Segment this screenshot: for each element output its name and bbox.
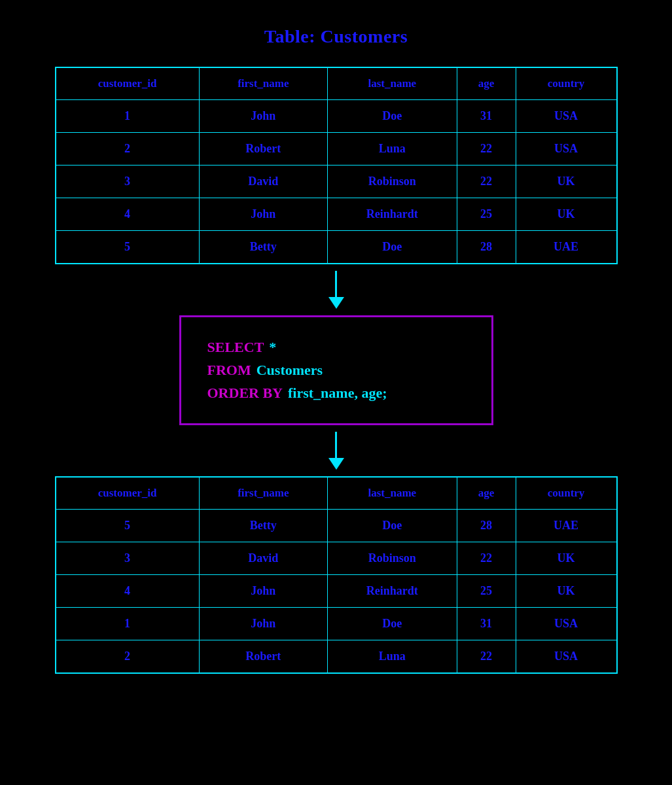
result-header-customer-id: customer_id [56,477,200,510]
table-cell: Doe [328,509,457,542]
source-header-country: country [516,67,616,100]
table-cell: UK [516,574,616,607]
table-cell: UAE [516,509,616,542]
table-cell: 2 [56,640,200,673]
result-header-first-name: first_name [199,477,327,510]
table-row: 5BettyDoe28UAE [56,231,617,264]
table-cell: Doe [328,607,457,640]
table-cell: USA [516,607,616,640]
table-row: 3DavidRobinson22UK [56,166,617,198]
table-cell: John [199,100,327,133]
table-cell: 1 [56,607,200,640]
table-cell: 22 [457,542,516,574]
arrow-down-2 [328,432,344,470]
sql-from-rest: Customers [256,358,323,381]
table-cell: 22 [457,166,516,198]
table-cell: 31 [457,607,516,640]
result-header-age: age [457,477,516,510]
sql-box: SELECT * FROM Customers ORDER BY first_n… [179,315,493,425]
result-header-last-name: last_name [328,477,457,510]
table-cell: 31 [457,100,516,133]
sql-line-3: ORDER BY first_name, age; [207,381,465,404]
table-row: 2RobertLuna22USA [56,133,617,166]
table-cell: Betty [199,509,327,542]
table-cell: UAE [516,231,616,264]
table-cell: John [199,607,327,640]
table-cell: UK [516,166,616,198]
source-header-customer-id: customer_id [56,67,200,100]
table-cell: 3 [56,166,200,198]
table-cell: Betty [199,231,327,264]
table-cell: Doe [328,100,457,133]
table-cell: USA [516,100,616,133]
source-header-age: age [457,67,516,100]
table-cell: Robert [199,133,327,166]
arrow-head-1 [328,297,344,309]
table-cell: 28 [457,509,516,542]
table-cell: Luna [328,640,457,673]
table-cell: 4 [56,198,200,231]
table-cell: 25 [457,198,516,231]
table-cell: 5 [56,509,200,542]
table-cell: Luna [328,133,457,166]
table-cell: UK [516,198,616,231]
result-table-header-row: customer_id first_name last_name age cou… [56,477,617,510]
table-row: 4JohnReinhardt25UK [56,198,617,231]
arrow-line-1 [335,271,337,297]
table-cell: 3 [56,542,200,574]
table-cell: Robinson [328,542,457,574]
table-cell: 22 [457,133,516,166]
result-table: customer_id first_name last_name age cou… [55,476,618,674]
sql-line-2: FROM Customers [207,358,465,381]
table-cell: 25 [457,574,516,607]
sql-keyword-select: SELECT [207,336,264,358]
table-cell: John [199,198,327,231]
page-title: Table: Customers [264,26,408,47]
source-header-last-name: last_name [328,67,457,100]
table-cell: Doe [328,231,457,264]
table-cell: 5 [56,231,200,264]
result-header-country: country [516,477,616,510]
table-row: 1JohnDoe31USA [56,100,617,133]
table-cell: Robinson [328,166,457,198]
table-cell: 2 [56,133,200,166]
table-cell: David [199,542,327,574]
table-row: 2RobertLuna22USA [56,640,617,673]
table-cell: Reinhardt [328,574,457,607]
table-cell: UK [516,542,616,574]
sql-line-1: SELECT * [207,336,465,358]
table-cell: Reinhardt [328,198,457,231]
source-header-first-name: first_name [199,67,327,100]
table-cell: John [199,574,327,607]
table-cell: 22 [457,640,516,673]
table-row: 4JohnReinhardt25UK [56,574,617,607]
table-cell: 4 [56,574,200,607]
arrow-head-2 [328,458,344,470]
table-cell: David [199,166,327,198]
table-cell: Robert [199,640,327,673]
source-table: customer_id first_name last_name age cou… [55,67,618,264]
sql-keyword-orderby: ORDER BY [207,381,283,404]
page-container: Table: Customers customer_id first_name … [39,26,633,674]
table-cell: 1 [56,100,200,133]
arrow-down-1 [328,271,344,309]
table-row: 1JohnDoe31USA [56,607,617,640]
source-table-header-row: customer_id first_name last_name age cou… [56,67,617,100]
arrow-line-2 [335,432,337,458]
table-row: 5BettyDoe28UAE [56,509,617,542]
table-cell: USA [516,133,616,166]
sql-select-rest: * [269,336,276,358]
table-cell: USA [516,640,616,673]
table-row: 3DavidRobinson22UK [56,542,617,574]
table-cell: 28 [457,231,516,264]
sql-keyword-from: FROM [207,358,251,381]
sql-orderby-rest: first_name, age; [288,381,387,404]
